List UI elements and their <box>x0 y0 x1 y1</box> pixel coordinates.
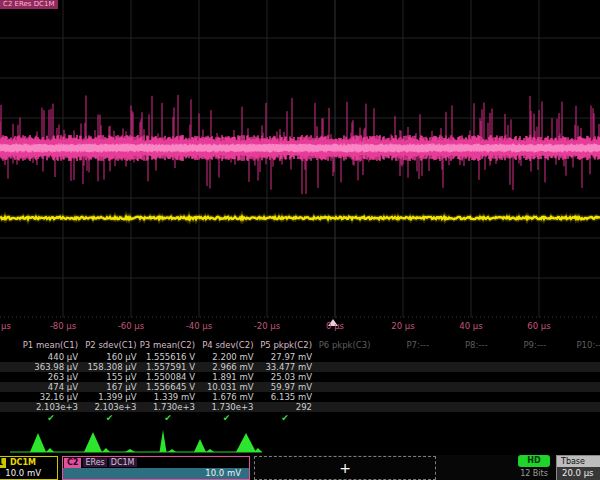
measurement-header[interactable]: P9:--- <box>490 338 548 352</box>
measurement-status-check <box>490 412 548 424</box>
measurement-value <box>432 372 490 382</box>
measurement-column: P5 pkpk(C2)27.97 mV33.477 mV25.03 mV59.9… <box>256 338 314 424</box>
time-axis-label: 0 µs <box>311 321 359 331</box>
channel-c2-scale: 10.0 mV <box>63 468 249 479</box>
channel-c2-descriptor[interactable]: C2 ERes DC1M 10.0 mV <box>62 456 250 480</box>
measurement-histogram <box>0 428 600 455</box>
measurement-header[interactable]: P2 sdev(C1) <box>81 338 139 352</box>
measurement-value: 440 µV <box>22 352 80 362</box>
measurement-value <box>315 362 373 372</box>
measurement-status-check <box>432 412 490 424</box>
measurement-status-check: ✔ <box>22 412 80 424</box>
measurement-header[interactable]: P4 sdev(C2) <box>198 338 256 352</box>
measurement-table: P1 mean(C1)440 µV363.98 µV263 µV474 µV32… <box>0 338 600 430</box>
measurement-value: 158.308 µV <box>81 362 139 372</box>
measurement-value <box>373 382 431 392</box>
measurement-value <box>315 392 373 402</box>
measurement-header[interactable]: P10:--- <box>549 338 600 352</box>
measurement-value <box>373 402 431 412</box>
measurement-value: 59.97 mV <box>256 382 314 392</box>
measurement-value <box>490 352 548 362</box>
measurement-column: P8:--- <box>432 338 490 424</box>
measurement-status-check: ✔ <box>81 412 139 424</box>
measurement-value <box>315 352 373 362</box>
measurement-status-check: ✔ <box>256 412 314 424</box>
measurement-column: P2 sdev(C1)160 µV158.308 µV155 µV167 µV1… <box>81 338 139 424</box>
measurement-value <box>490 402 548 412</box>
measurement-value <box>432 392 490 402</box>
measurement-value: 1.555616 V <box>139 352 197 362</box>
measurement-header[interactable]: P5 pkpk(C2) <box>256 338 314 352</box>
measurement-value: 1.730e+3 <box>198 402 256 412</box>
measurement-header[interactable]: P8:--- <box>432 338 490 352</box>
hd-mode-badge[interactable]: HD <box>518 455 550 467</box>
measurement-value: 6.135 mV <box>256 392 314 402</box>
waveform-grid[interactable]: C2 ERes DC1M <box>0 0 600 318</box>
timebase-title: Tbase <box>557 456 600 467</box>
oscilloscope-screen: C2 ERes DC1M -100 µs-80 µs-60 µs-40 µs-2… <box>0 0 600 480</box>
measurement-value: 167 µV <box>81 382 139 392</box>
measurement-column: P6 pkpk(C3) <box>315 338 373 424</box>
measurement-value <box>549 402 600 412</box>
time-axis-label: -80 µs <box>39 321 87 331</box>
measurement-value: 25.03 mV <box>256 372 314 382</box>
measurement-value: 292 <box>256 402 314 412</box>
channel-c1-scale: 10.0 mV <box>0 468 57 479</box>
measurement-value <box>549 382 600 392</box>
measurement-value: 10.031 mV <box>198 382 256 392</box>
measurement-value <box>373 392 431 402</box>
measurement-value: 1.550084 V <box>139 372 197 382</box>
channel-c1-descriptor[interactable]: C1 DC1M 10.0 mV <box>0 456 58 480</box>
measurement-value: 33.477 mV <box>256 362 314 372</box>
measurement-value <box>549 372 600 382</box>
time-axis: -100 µs-80 µs-60 µs-40 µs-20 µs0 µs20 µs… <box>0 318 600 336</box>
measurement-value: 1.730e+3 <box>139 402 197 412</box>
measurement-value <box>549 392 600 402</box>
measurement-value: 27.97 mV <box>256 352 314 362</box>
time-axis-label: 60 µs <box>515 321 563 331</box>
measurement-value <box>315 372 373 382</box>
channel-c2-eres-badge: ERes <box>83 458 106 467</box>
measurement-header[interactable]: P1 mean(C1) <box>22 338 80 352</box>
measurement-value: 263 µV <box>22 372 80 382</box>
channel-c1-coupling: DC1M <box>8 458 38 467</box>
measurement-value <box>315 382 373 392</box>
add-trace-button[interactable]: + <box>254 456 436 480</box>
time-axis-label: 20 µs <box>379 321 427 331</box>
measurement-value: 363.98 µV <box>22 362 80 372</box>
measurement-status-check <box>549 412 600 424</box>
channel-c1-label: C1 <box>0 458 6 468</box>
measurement-column: P3 mean(C2)1.555616 V1.557591 V1.550084 … <box>139 338 197 424</box>
channel-c2-coupling: DC1M <box>109 458 137 467</box>
timebase-value: 20.0 µs <box>557 467 600 480</box>
measurement-value: 32.16 µV <box>22 392 80 402</box>
measurement-value <box>373 372 431 382</box>
measurement-header[interactable]: P6 pkpk(C3) <box>315 338 373 352</box>
measurement-value: 1.676 mV <box>198 392 256 402</box>
measurement-column: P7:--- <box>373 338 431 424</box>
measurement-value: 474 µV <box>22 382 80 392</box>
measurement-value <box>549 352 600 362</box>
measurement-value: 1.339 mV <box>139 392 197 402</box>
measurement-status-check: ✔ <box>198 412 256 424</box>
measurement-value <box>490 362 548 372</box>
measurement-value <box>432 382 490 392</box>
time-axis-label: -100 µs <box>0 321 19 331</box>
measurement-value: 155 µV <box>81 372 139 382</box>
measurement-value: 2.103e+3 <box>81 402 139 412</box>
measurement-value: 1.399 µV <box>81 392 139 402</box>
measurement-status-check <box>315 412 373 424</box>
measurement-value <box>315 402 373 412</box>
measurement-value <box>549 362 600 372</box>
time-axis-label: -60 µs <box>107 321 155 331</box>
timebase-descriptor[interactable]: Tbase 20.0 µs <box>556 455 600 480</box>
measurement-value: 2.103e+3 <box>22 402 80 412</box>
bit-resolution-label: 12 Bits <box>510 469 558 478</box>
measurement-value <box>490 382 548 392</box>
measurement-header[interactable]: P7:--- <box>373 338 431 352</box>
measurement-value <box>432 352 490 362</box>
measurement-header[interactable]: P3 mean(C2) <box>139 338 197 352</box>
descriptor-bar: C1 DC1M 10.0 mV C2 ERes DC1M 10.0 mV + H… <box>0 455 600 480</box>
measurement-status-check: ✔ <box>139 412 197 424</box>
measurement-value <box>373 362 431 372</box>
